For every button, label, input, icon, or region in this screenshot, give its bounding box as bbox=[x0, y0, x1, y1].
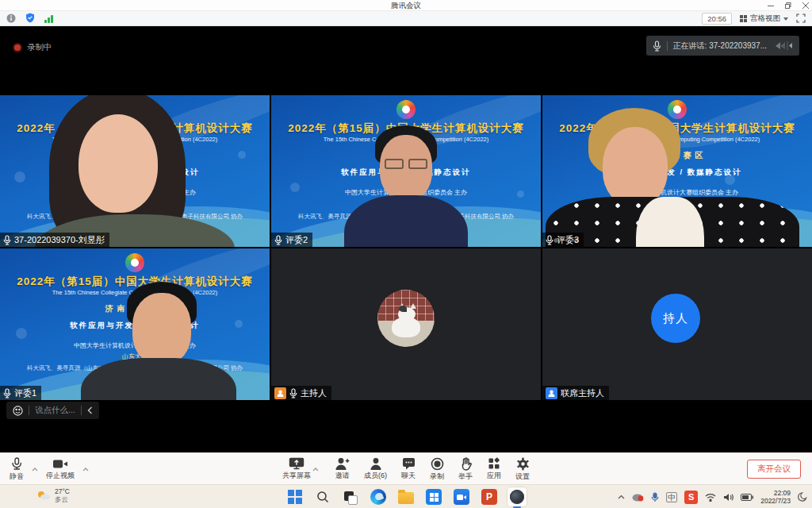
sogou-input-icon[interactable]: S bbox=[684, 491, 698, 504]
participant-name-badge: 评委2 bbox=[271, 233, 312, 247]
participant-name-badge: 评委3 bbox=[542, 233, 584, 247]
minimize-button[interactable] bbox=[768, 2, 774, 9]
participant-name-badge: 评委1 bbox=[0, 386, 41, 400]
ime-indicator[interactable]: 中 bbox=[666, 492, 677, 502]
microsoft-store-icon[interactable] bbox=[424, 487, 443, 506]
grid-view-icon bbox=[740, 15, 747, 22]
participant-video bbox=[0, 248, 270, 400]
windows-taskbar: 27°C多云 P 中 S 22:09 2022/7/23 bbox=[0, 484, 812, 508]
active-speaker-label: 正在讲话: 37-202203937... bbox=[673, 40, 767, 52]
avatar: 持人 bbox=[651, 294, 700, 343]
taskbar-weather[interactable]: 27°C多云 bbox=[36, 487, 70, 503]
host-badge-icon bbox=[274, 387, 286, 399]
participant-video bbox=[0, 95, 270, 247]
mic-icon bbox=[274, 235, 282, 245]
video-tile-cohost[interactable]: 持人 联席主持人 bbox=[542, 248, 812, 400]
video-tile-host[interactable]: 主持人 bbox=[271, 248, 541, 400]
powerpoint-icon[interactable]: P bbox=[480, 487, 499, 506]
reply-arrows-icon[interactable] bbox=[772, 40, 793, 51]
active-meeting-window-icon[interactable] bbox=[508, 487, 527, 506]
chat-input-placeholder[interactable]: 说点什么... bbox=[35, 405, 75, 416]
video-tile-liuyutong[interactable]: 2022年（第15届）中国大学生计算机设计大赛 The 15th Chinese… bbox=[0, 95, 270, 247]
video-tile-judge3[interactable]: 2022年（第15届）中国大学生计算机设计大赛 The 15th Chinese… bbox=[542, 95, 812, 247]
participant-name-badge: 主持人 bbox=[271, 386, 331, 400]
file-explorer-icon[interactable] bbox=[396, 487, 416, 506]
video-tile-judge1[interactable]: 2022年（第15届）中国大学生计算机设计大赛 The 15th Chinese… bbox=[0, 248, 270, 400]
search-button[interactable] bbox=[313, 487, 332, 506]
tray-cloud-app-icon[interactable] bbox=[632, 492, 644, 502]
close-button[interactable] bbox=[802, 2, 809, 9]
emoji-icon[interactable] bbox=[13, 406, 23, 416]
video-tile-judge2[interactable]: 2022年（第15届）中国大学生计算机设计大赛 The 15th Chinese… bbox=[271, 95, 541, 247]
invite-button[interactable]: 邀请 bbox=[335, 453, 350, 485]
members-button[interactable]: 成员(6) bbox=[364, 453, 387, 485]
record-button[interactable]: 录制 bbox=[430, 453, 444, 485]
network-signal-icon[interactable] bbox=[44, 14, 53, 23]
leave-meeting-button[interactable]: 离开会议 bbox=[747, 460, 801, 479]
chat-button[interactable]: 聊天 bbox=[401, 453, 416, 485]
fullscreen-icon[interactable] bbox=[796, 12, 806, 26]
focus-assist-moon-icon[interactable] bbox=[798, 492, 807, 502]
settings-button[interactable]: 设置 bbox=[515, 453, 530, 485]
apps-button[interactable]: 应用 bbox=[487, 453, 501, 485]
share-screen-button[interactable]: 共享屏幕 bbox=[282, 453, 311, 485]
weather-icon bbox=[36, 490, 51, 501]
collapse-chat-icon[interactable] bbox=[87, 406, 93, 414]
participant-name-badge: 37-2022039370-刘昱彤 bbox=[0, 233, 109, 247]
view-mode-button[interactable]: 宫格视图 bbox=[740, 13, 788, 24]
mic-icon bbox=[3, 235, 11, 245]
video-options-chevron[interactable] bbox=[81, 453, 90, 485]
tencent-meeting-icon[interactable] bbox=[452, 487, 471, 506]
info-icon[interactable] bbox=[6, 12, 16, 26]
avatar bbox=[377, 290, 435, 347]
mic-icon bbox=[653, 40, 661, 52]
battery-icon[interactable] bbox=[741, 494, 753, 501]
recording-dot-icon bbox=[14, 44, 21, 51]
participant-video bbox=[542, 95, 812, 247]
participant-name-badge: 联席主持人 bbox=[542, 386, 609, 400]
recording-indicator: 录制中 bbox=[14, 42, 52, 53]
active-speaker-bar: 正在讲话: 37-202203937... bbox=[646, 36, 799, 56]
view-mode-label: 宫格视图 bbox=[750, 13, 780, 24]
window-title: 腾讯会议 bbox=[0, 1, 812, 11]
taskbar-clock[interactable]: 22:09 2022/7/23 bbox=[760, 489, 791, 505]
mic-icon bbox=[546, 235, 553, 245]
window-titlebar: 腾讯会议 bbox=[0, 0, 812, 11]
chat-input-pill[interactable]: 说点什么... bbox=[6, 402, 99, 419]
meeting-stage: 录制中 正在讲话: 37-202203937... 2022年（第15届）中国大… bbox=[0, 26, 812, 452]
meeting-duration: 20:56 bbox=[702, 13, 732, 25]
recording-label: 录制中 bbox=[27, 42, 52, 53]
volume-icon[interactable] bbox=[723, 493, 733, 502]
restore-button[interactable] bbox=[785, 2, 791, 9]
mic-icon bbox=[3, 388, 11, 398]
chevron-down-icon bbox=[783, 17, 788, 21]
stop-video-button[interactable]: 停止视频 bbox=[46, 453, 75, 485]
meeting-controlbar: 静音 停止视频 共享屏幕 邀请 成员(6) 聊天 bbox=[0, 452, 812, 484]
cohost-badge-icon bbox=[546, 387, 557, 399]
share-options-chevron[interactable] bbox=[311, 453, 320, 485]
mute-button[interactable]: 静音 bbox=[10, 453, 24, 485]
mic-icon bbox=[289, 388, 297, 398]
wifi-icon[interactable] bbox=[705, 493, 716, 502]
task-view-button[interactable] bbox=[341, 487, 360, 506]
shield-icon[interactable] bbox=[25, 12, 35, 26]
tray-mic-icon[interactable] bbox=[651, 492, 659, 502]
participant-video bbox=[271, 95, 541, 247]
meeting-toolbar-top: 20:56 宫格视图 bbox=[0, 11, 812, 26]
raise-hand-button[interactable]: 举手 bbox=[458, 453, 473, 485]
start-button[interactable] bbox=[285, 487, 304, 506]
tray-expand-icon[interactable] bbox=[618, 495, 625, 499]
edge-icon[interactable] bbox=[369, 487, 388, 506]
mute-options-chevron[interactable] bbox=[30, 453, 40, 485]
